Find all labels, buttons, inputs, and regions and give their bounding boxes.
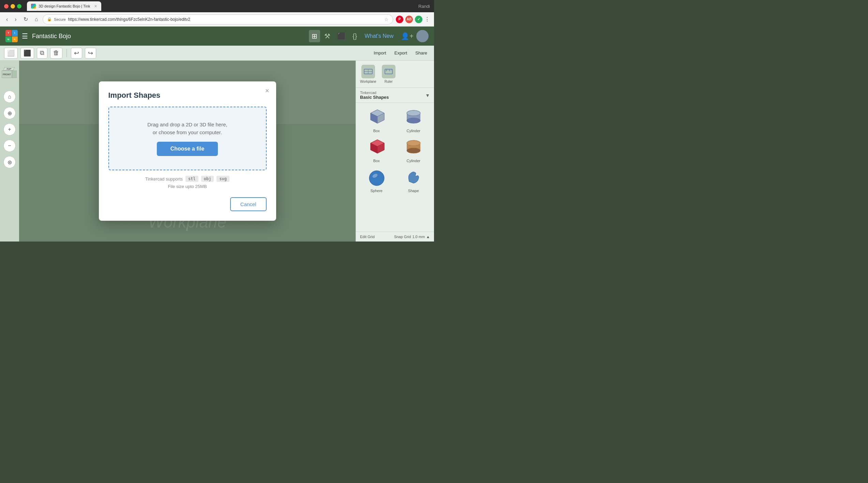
secure-label: Secure xyxy=(54,17,66,21)
whats-new-button[interactable]: What's New xyxy=(361,31,397,41)
forward-button[interactable]: › xyxy=(13,16,18,23)
browser-titlebar: 3D design Fantastic Bojo | Tink × Randi xyxy=(0,0,434,12)
cube-right-face xyxy=(12,71,17,78)
tab-close-icon[interactable]: × xyxy=(94,3,97,9)
modal-close-button[interactable]: × xyxy=(265,87,269,95)
undo-button[interactable]: ↩ xyxy=(71,48,82,59)
delete-button[interactable]: 🗑 xyxy=(50,48,62,59)
home-view-button[interactable]: ⌂ xyxy=(3,91,16,103)
svg-point-26 xyxy=(369,171,384,186)
bookmark-icon[interactable]: ☆ xyxy=(384,17,389,22)
share-button[interactable]: Share xyxy=(413,49,430,57)
panel-tools: Workplane Ruler xyxy=(356,61,434,88)
logo-t: T xyxy=(5,30,12,36)
perspective-button[interactable]: ⊛ xyxy=(3,156,16,168)
browser-toolbar: ‹ › ↻ ⌂ 🔒 Secure https://www.tinkercad.c… xyxy=(0,12,434,27)
toolbar-right: Import Export Share xyxy=(371,49,430,57)
file-size-note: File size upto 25MB xyxy=(108,184,267,189)
cancel-button[interactable]: Cancel xyxy=(230,197,267,211)
import-button[interactable]: Import xyxy=(371,49,389,57)
pinterest-button[interactable]: P xyxy=(396,16,403,23)
secondary-toolbar: ⬜ ⬛ ⧉ 🗑 ↩ ↪ Import Export Share xyxy=(0,46,434,61)
cube-front-face: FRONT xyxy=(2,71,12,78)
code-button[interactable]: {} xyxy=(350,30,360,42)
basic-shapes-label: Basic Shapes xyxy=(360,95,389,100)
shape-misc-label: Shape xyxy=(408,189,419,193)
maximize-traffic-light[interactable] xyxy=(17,4,21,9)
svg-point-16 xyxy=(407,118,420,123)
shape-sphere[interactable]: Sphere xyxy=(360,167,393,193)
shape-box-1[interactable]: Box xyxy=(360,107,393,133)
fit-view-button[interactable]: ⊕ xyxy=(3,107,16,119)
choose-file-button[interactable]: Choose a file xyxy=(157,142,218,156)
logo-k: K xyxy=(12,36,18,43)
modal-overlay: Import Shapes × Drag and drop a 2D or 3D… xyxy=(19,61,356,242)
top-navigation: T I N K ☰ Fantastic Bojo ⊞ ⚒ ⬛ {} What's… xyxy=(0,27,434,46)
cube-top-face: TOP xyxy=(3,67,15,71)
edit-grid-label[interactable]: Edit Grid xyxy=(360,235,375,239)
zoom-in-button[interactable]: + xyxy=(3,123,16,136)
traffic-lights xyxy=(4,4,21,9)
format-svg: svg xyxy=(216,176,229,182)
snap-grid-stepper-icon[interactable]: ▲ xyxy=(426,235,430,239)
paste-button[interactable]: ⬛ xyxy=(20,48,34,59)
add-user-icon[interactable]: 👤+ xyxy=(401,32,414,40)
zoom-out-button[interactable]: − xyxy=(3,140,16,152)
ruler-tool[interactable]: Ruler xyxy=(382,65,395,83)
workplane-tool[interactable]: Workplane xyxy=(360,65,376,83)
user-avatar[interactable] xyxy=(416,30,429,42)
ruler-tool-label: Ruler xyxy=(385,80,393,83)
back-button[interactable]: ‹ xyxy=(4,16,10,23)
supported-label: Tinkercad supports xyxy=(145,176,183,182)
minimize-traffic-light[interactable] xyxy=(11,4,15,9)
panel-bottom: Edit Grid Snap Grid 1.0 mm ▲ xyxy=(356,232,434,242)
address-bar[interactable]: 🔒 Secure https://www.tinkercad.com/thing… xyxy=(43,14,393,25)
left-sidebar: TOP FRONT ⌂ ⊕ + − ⊛ xyxy=(0,61,19,242)
modal-title: Import Shapes xyxy=(108,91,267,100)
grid-view-button[interactable]: ⊞ xyxy=(309,30,320,42)
shape-misc[interactable]: Shape xyxy=(397,167,430,193)
window-user: Randi xyxy=(418,4,430,9)
svg-point-25 xyxy=(407,140,420,146)
logo-i: I xyxy=(12,30,18,36)
browser-chrome: 3D design Fantastic Bojo | Tink × Randi … xyxy=(0,0,434,27)
refresh-button[interactable]: ↻ xyxy=(21,15,30,23)
hamburger-menu-button[interactable]: ☰ xyxy=(22,32,28,40)
ruler-tool-icon xyxy=(382,65,395,78)
shapes-grid: Box Cylinder xyxy=(356,103,434,197)
copy-button[interactable]: ⬜ xyxy=(4,48,18,59)
shapes-button[interactable]: ⬛ xyxy=(334,30,348,42)
file-dropzone[interactable]: Drag and drop a 2D or 3D file here, or c… xyxy=(108,107,267,170)
shape-misc-icon xyxy=(402,167,425,187)
browser-menu-button[interactable]: ⋮ xyxy=(424,16,430,22)
project-name: Fantastic Bojo xyxy=(32,33,305,40)
svg-point-24 xyxy=(407,148,420,153)
export-button[interactable]: Export xyxy=(392,49,410,57)
redo-button[interactable]: ↪ xyxy=(85,48,96,59)
shape-sphere-icon xyxy=(364,167,388,187)
user-actions: 👤+ xyxy=(401,30,429,42)
shape-cylinder-1[interactable]: Cylinder xyxy=(397,107,430,133)
browser-tab[interactable]: 3D design Fantastic Bojo | Tink × xyxy=(27,1,101,11)
snap-grid-value: 1.0 mm xyxy=(412,235,425,239)
workplane-tool-label: Workplane xyxy=(360,80,376,83)
toolbar-separator xyxy=(66,49,67,57)
canvas-area[interactable]: Workplane › Import Shapes × Drag and dro… xyxy=(19,61,356,242)
shape-box-2[interactable]: Box xyxy=(360,137,393,163)
url-text[interactable]: https://www.tinkercad.com/things/6Fzc5el… xyxy=(68,17,382,22)
shapes-category-dropdown[interactable]: Tinkercad Basic Shapes ▼ xyxy=(356,88,434,103)
tinkercad-logo[interactable]: T I N K xyxy=(5,30,18,42)
shape-cylinder-2[interactable]: Cylinder xyxy=(397,137,430,163)
main-content: TOP FRONT ⌂ ⊕ + − ⊛ xyxy=(0,61,434,242)
tools-button[interactable]: ⚒ xyxy=(321,30,333,42)
view-cube[interactable]: TOP FRONT xyxy=(1,66,18,83)
check-extension-button[interactable]: ✓ xyxy=(415,16,422,23)
shape-cylinder-1-icon xyxy=(402,107,425,127)
adblock-button[interactable]: AB xyxy=(405,16,413,23)
format-obj: obj xyxy=(201,176,214,182)
duplicate-button[interactable]: ⧉ xyxy=(37,48,47,59)
home-button[interactable]: ⌂ xyxy=(33,16,40,23)
logo-n: N xyxy=(5,36,12,43)
snap-grid-control[interactable]: Snap Grid 1.0 mm ▲ xyxy=(394,235,430,239)
close-traffic-light[interactable] xyxy=(4,4,9,9)
